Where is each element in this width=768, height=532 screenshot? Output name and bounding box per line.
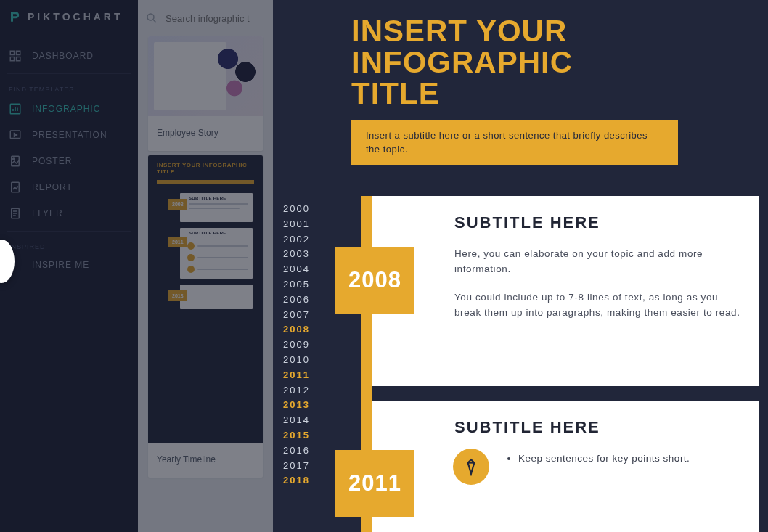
template-card-employee-story[interactable]: Employee Story — [148, 36, 263, 151]
infographic-subtitle[interactable]: Insert a subtitle here or a short senten… — [351, 120, 678, 164]
timeline-year-column[interactable]: 2000200120022003200420052006200720082009… — [283, 196, 319, 532]
search-row — [138, 0, 273, 32]
svg-point-7 — [13, 158, 15, 160]
timeline-year[interactable]: 2017 — [283, 459, 319, 474]
entry-bullet: Keep sentences for key points short. — [518, 451, 690, 466]
report-icon — [9, 181, 22, 194]
timeline-year[interactable]: 2004 — [283, 262, 319, 277]
timeline-year[interactable]: 2010 — [283, 353, 319, 368]
timeline-year[interactable]: 2005 — [283, 277, 319, 292]
thumb-title: INSERT YOUR INFOGRAPHIC TITLE — [148, 155, 263, 179]
timeline-year[interactable]: 2012 — [283, 383, 319, 398]
timeline-year[interactable]: 2007 — [283, 308, 319, 323]
editor-canvas[interactable]: INSERT YOUR INFOGRAPHIC TITLE Insert a s… — [273, 0, 768, 532]
presentation-icon — [9, 128, 22, 142]
nav-label: INSPIRE ME — [9, 260, 89, 270]
poster-icon — [9, 155, 22, 168]
nav-section-find-templates: FIND TEMPLATES — [0, 78, 138, 96]
svg-rect-0 — [10, 51, 14, 54]
pencil-icon[interactable] — [453, 449, 489, 485]
sidebar-item-infographic[interactable]: INFOGRAPHIC — [0, 96, 138, 122]
sidebar-item-report[interactable]: REPORT — [0, 174, 138, 200]
title-block[interactable]: INSERT YOUR INFOGRAPHIC TITLE Insert a s… — [273, 0, 768, 165]
divider — [7, 231, 131, 232]
sidebar-item-inspire-me[interactable]: INSPIRE ME — [0, 253, 138, 277]
card-thumbnail: INSERT YOUR INFOGRAPHIC TITLE 2008 2011 … — [148, 155, 263, 443]
timeline-year[interactable]: 2006 — [283, 292, 319, 308]
template-card-yearly-timeline[interactable]: INSERT YOUR INFOGRAPHIC TITLE 2008 2011 … — [148, 155, 263, 478]
timeline-year[interactable]: 2014 — [283, 413, 319, 428]
entry-paragraph[interactable]: You could include up to 7-8 lines of tex… — [454, 290, 745, 321]
timeline-year[interactable]: 2002 — [283, 232, 319, 247]
thumb-subtitle: SUBTITLE HERE — [189, 196, 226, 200]
timeline-year[interactable]: 2011 — [283, 368, 319, 383]
brand-text: PIKTOCHART — [28, 11, 123, 22]
card-label: Employee Story — [148, 116, 263, 151]
svg-rect-1 — [17, 51, 20, 54]
thumb-year-badge: 2008 — [168, 199, 187, 210]
thumb-subtitle-bar — [157, 180, 254, 184]
nav-label: INFOGRAPHIC — [32, 104, 100, 114]
timeline-year[interactable]: 2000 — [283, 202, 319, 217]
timeline-year[interactable]: 2001 — [283, 217, 319, 232]
timeline-year[interactable]: 2013 — [283, 398, 319, 413]
timeline-entry-2011[interactable]: 2011 SUBTITLE HERE Keep sentences for ke… — [361, 401, 759, 532]
nav-label: DASHBOARD — [32, 51, 94, 61]
card-thumbnail — [148, 36, 263, 116]
thumb-year-badge: 2011 — [168, 237, 187, 247]
dashboard-icon — [9, 49, 22, 62]
timeline-year[interactable]: 2018 — [283, 473, 319, 488]
template-gallery: Employee Story INSERT YOUR INFOGRAPHIC T… — [138, 0, 273, 532]
sidebar-item-dashboard[interactable]: DASHBOARD — [0, 43, 138, 69]
timeline-year[interactable]: 2016 — [283, 443, 319, 459]
infographic-icon — [9, 102, 22, 115]
thumb-year-badge: 2013 — [168, 290, 187, 301]
svg-point-10 — [147, 14, 154, 20]
nav-section-inspired: INSPIRED — [0, 236, 138, 253]
nav-label: FLYER — [32, 208, 63, 218]
entry-heading[interactable]: SUBTITLE HERE — [454, 213, 745, 232]
entry-bullet-list[interactable]: Keep sentences for key points short. — [507, 451, 690, 466]
nav-label: POSTER — [32, 156, 72, 166]
card-label: Yearly Timeline — [148, 443, 263, 478]
year-badge[interactable]: 2008 — [335, 247, 414, 314]
svg-rect-2 — [10, 57, 14, 61]
infographic-title-line: TITLE — [351, 78, 768, 110]
thumb-subtitle: SUBTITLE HERE — [189, 231, 226, 235]
svg-rect-3 — [17, 57, 20, 61]
timeline-year[interactable]: 2015 — [283, 428, 319, 443]
timeline-year[interactable]: 2003 — [283, 247, 319, 262]
timeline-entry-2008[interactable]: 2008 SUBTITLE HERE Here, you can elabora… — [361, 196, 759, 386]
sidebar-item-presentation[interactable]: PRESENTATION — [0, 122, 138, 148]
entry-paragraph[interactable]: Here, you can elaborate on your topic an… — [454, 247, 745, 277]
timeline-year[interactable]: 2009 — [283, 337, 319, 353]
nav-label: PRESENTATION — [32, 130, 107, 140]
sidebar-item-poster[interactable]: POSTER — [0, 148, 138, 174]
timeline-year[interactable]: 2008 — [283, 322, 319, 337]
entry-heading[interactable]: SUBTITLE HERE — [454, 418, 745, 437]
search-icon — [145, 12, 158, 25]
piktochart-logo-icon — [9, 10, 22, 23]
nav-label: REPORT — [32, 182, 73, 192]
sidebar-item-flyer[interactable]: FLYER — [0, 200, 138, 226]
flyer-icon — [9, 207, 22, 220]
divider — [7, 38, 131, 38]
year-badge[interactable]: 2011 — [335, 450, 414, 517]
sidebar: PIKTOCHART DASHBOARD FIND TEMPLATES INFO… — [0, 0, 138, 532]
infographic-title-line: INSERT YOUR — [351, 16, 768, 47]
divider — [7, 73, 131, 74]
infographic-title-line: INFOGRAPHIC — [351, 47, 768, 78]
search-input[interactable] — [166, 13, 253, 24]
logo[interactable]: PIKTOCHART — [0, 0, 138, 33]
